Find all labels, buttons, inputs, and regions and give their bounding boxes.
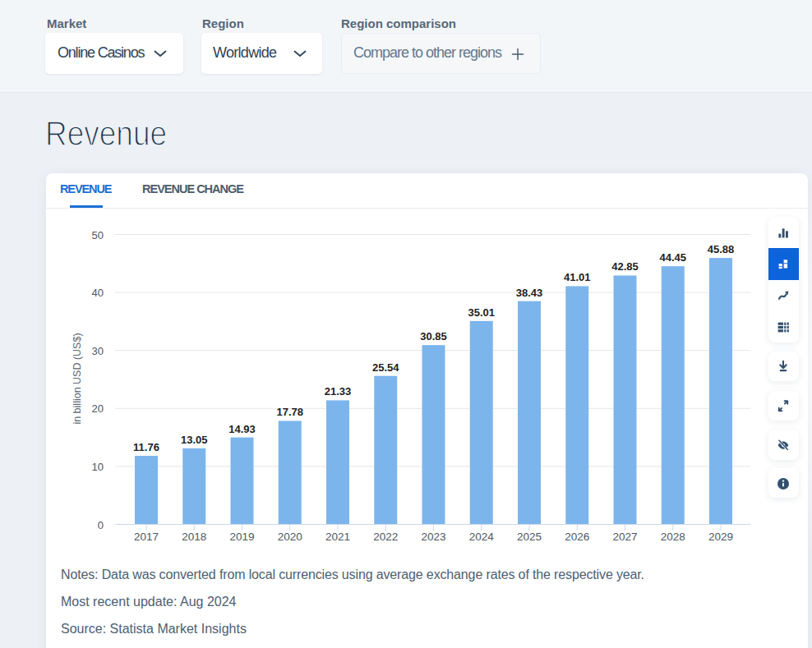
svg-text:11.76: 11.76 — [133, 441, 159, 453]
svg-text:2024: 2024 — [469, 531, 495, 543]
svg-text:50: 50 — [92, 229, 104, 241]
svg-text:2020: 2020 — [278, 531, 302, 543]
svg-text:2021: 2021 — [325, 531, 350, 543]
svg-text:2026: 2026 — [565, 531, 589, 543]
svg-text:2017: 2017 — [134, 531, 159, 543]
svg-text:in billion USD (US$): in billion USD (US$) — [72, 333, 83, 424]
svg-text:10: 10 — [92, 461, 104, 473]
svg-text:2025: 2025 — [517, 531, 542, 543]
svg-text:17.78: 17.78 — [276, 406, 303, 418]
svg-text:2022: 2022 — [373, 531, 398, 543]
svg-text:14.93: 14.93 — [228, 423, 256, 435]
svg-text:41.01: 41.01 — [564, 271, 591, 283]
svg-text:2027: 2027 — [612, 531, 637, 543]
svg-text:20: 20 — [92, 402, 104, 415]
svg-text:2019: 2019 — [229, 531, 254, 543]
svg-text:21.33: 21.33 — [325, 385, 352, 398]
svg-text:25.54: 25.54 — [372, 361, 399, 374]
svg-text:38.43: 38.43 — [516, 287, 543, 299]
svg-text:30: 30 — [92, 345, 104, 357]
svg-text:13.05: 13.05 — [181, 434, 208, 446]
svg-text:2029: 2029 — [708, 531, 733, 543]
svg-text:40: 40 — [92, 287, 104, 299]
svg-text:35.01: 35.01 — [468, 306, 495, 319]
svg-text:0: 0 — [98, 519, 104, 531]
svg-text:30.85: 30.85 — [420, 330, 447, 342]
svg-text:2028: 2028 — [661, 531, 685, 543]
svg-text:45.88: 45.88 — [708, 243, 735, 255]
svg-text:44.45: 44.45 — [659, 251, 686, 264]
svg-text:42.85: 42.85 — [611, 260, 639, 273]
svg-text:2023: 2023 — [421, 531, 445, 543]
svg-text:2018: 2018 — [182, 531, 206, 543]
